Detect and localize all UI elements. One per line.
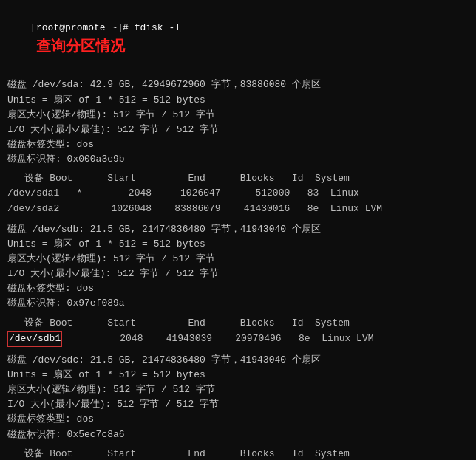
title-text: 查询分区情况 xyxy=(36,38,125,55)
sda-row1: /dev/sda1 * 2048 1026047 512000 83 Linux xyxy=(7,186,469,201)
sdb-info4: I/O 大小(最小/最佳): 512 字节 / 512 字节 xyxy=(7,267,469,281)
sda-info2: Units = 扇区 of 1 * 512 = 512 bytes xyxy=(7,93,469,108)
sda-info5: 磁盘标签类型: dos xyxy=(7,137,469,152)
sdb-header: 设备 Boot Start End Blocks Id System xyxy=(7,316,469,331)
sdb-info6: 磁盘标识符: 0x97ef089a xyxy=(7,296,469,311)
disk-sdb-section: 磁盘 /dev/sdb: 21.5 GB, 21474836480 字节，419… xyxy=(7,222,469,347)
disk-sda-section: 磁盘 /dev/sda: 42.9 GB, 42949672960 字节，838… xyxy=(7,78,469,216)
sdc-info1: 磁盘 /dev/sdc: 21.5 GB, 21474836480 字节，419… xyxy=(7,353,469,368)
sda-info1: 磁盘 /dev/sda: 42.9 GB, 42949672960 字节，838… xyxy=(7,78,469,92)
sdc-info5: 磁盘标签类型: dos xyxy=(7,412,469,427)
sdb-info2: Units = 扇区 of 1 * 512 = 512 bytes xyxy=(7,237,469,252)
prompt-text: [root@promote ~]# fdisk -l xyxy=(30,22,180,33)
sdb-row1: /dev/sdb1 2048 41943039 20970496 8e Linu… xyxy=(7,331,469,347)
sdc-info2: Units = 扇区 of 1 * 512 = 512 bytes xyxy=(7,368,469,382)
sdc-info3: 扇区大小(逻辑/物理): 512 字节 / 512 字节 xyxy=(7,382,469,397)
sda-header: 设备 Boot Start End Blocks Id System xyxy=(7,171,469,186)
sdc-header: 设备 Boot Start End Blocks Id System xyxy=(7,447,469,460)
terminal-window: [root@promote ~]# fdisk -l 查询分区情况 磁盘 /de… xyxy=(0,0,476,460)
sdb-info5: 磁盘标签类型: dos xyxy=(7,281,469,296)
disk-sdc-section: 磁盘 /dev/sdc: 21.5 GB, 21474836480 字节，419… xyxy=(7,353,469,460)
sda-info6: 磁盘标识符: 0x000a3e9b xyxy=(7,152,469,167)
sdc-info6: 磁盘标识符: 0x5ec7c8a6 xyxy=(7,428,469,442)
sda-row2: /dev/sda2 1026048 83886079 41430016 8e L… xyxy=(7,202,469,216)
sdb-row1-rest: 2048 41943039 20970496 8e Linux LVM xyxy=(62,333,373,344)
sdc-info4: I/O 大小(最小/最佳): 512 字节 / 512 字节 xyxy=(7,397,469,412)
sda-info3: 扇区大小(逻辑/物理): 512 字节 / 512 字节 xyxy=(7,108,469,123)
sdb-info1: 磁盘 /dev/sdb: 21.5 GB, 21474836480 字节，419… xyxy=(7,222,469,237)
prompt-line: [root@promote ~]# fdisk -l 查询分区情况 xyxy=(7,6,469,73)
sda-info4: I/O 大小(最小/最佳): 512 字节 / 512 字节 xyxy=(7,123,469,137)
sdb-info3: 扇区大小(逻辑/物理): 512 字节 / 512 字节 xyxy=(7,252,469,267)
sdb-device-highlight: /dev/sdb1 xyxy=(7,331,62,347)
